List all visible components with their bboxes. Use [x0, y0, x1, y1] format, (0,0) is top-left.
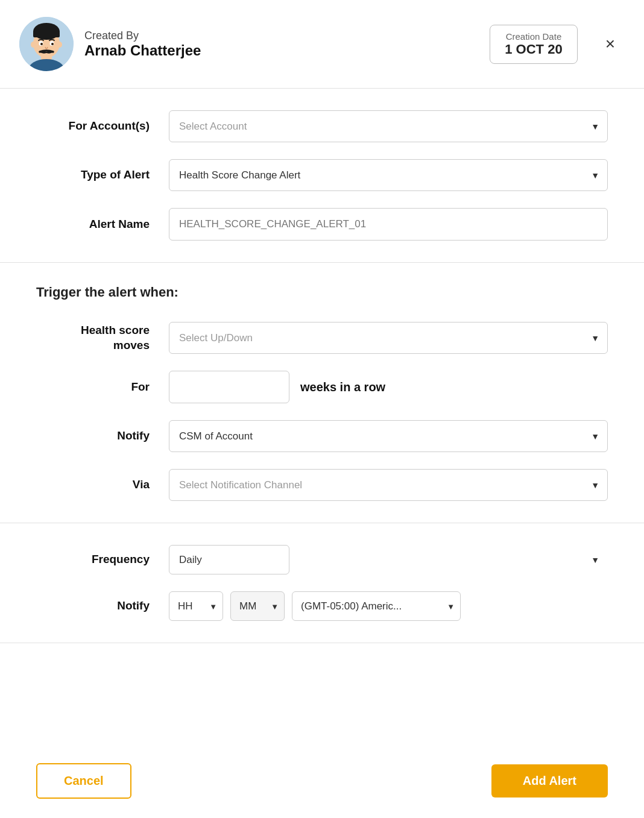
close-button[interactable]: ×: [601, 33, 620, 55]
modal-header: Created By Arnab Chatterjee Creation Dat…: [0, 0, 644, 89]
up-down-select[interactable]: Select Up/DownUpDown: [169, 322, 608, 354]
svg-point-8: [40, 43, 43, 45]
frequency-select[interactable]: DailyWeeklyMonthly: [169, 545, 289, 574]
add-alert-button[interactable]: Add Alert: [491, 764, 608, 798]
frequency-control: DailyWeeklyMonthly ▼: [169, 545, 608, 574]
alert-type-control: Health Score Change Alert ▼: [169, 159, 608, 191]
timezone-select[interactable]: (GMT-05:00) Americ...: [292, 591, 461, 621]
alert-type-label: Type of Alert: [36, 168, 169, 183]
notify-select[interactable]: CSM of AccountAccount OwnerCustom: [169, 420, 608, 452]
notify-control: CSM of AccountAccount OwnerCustom ▼: [169, 420, 608, 452]
modal-footer: Cancel Add Alert: [0, 744, 644, 818]
tz-wrapper: (GMT-05:00) Americ... ▼: [292, 591, 461, 621]
weeks-suffix-label: weeks in a row: [300, 380, 385, 394]
health-score-row: Health score moves Select Up/DownUpDown …: [36, 322, 608, 354]
frequency-dropdown-icon: ▼: [591, 555, 599, 565]
mm-select[interactable]: MM00153045: [230, 591, 285, 621]
for-label: For: [36, 380, 169, 395]
time-selects-group: HH010203040506070809101112 ▼ MM00153045 …: [169, 591, 608, 621]
creator-name: Arnab Chatterjee: [84, 42, 479, 59]
hh-select[interactable]: HH010203040506070809101112: [169, 591, 223, 621]
freq-select-wrapper: DailyWeeklyMonthly ▼: [169, 545, 608, 574]
for-control: weeks in a row: [169, 371, 608, 403]
svg-point-11: [57, 42, 62, 48]
hh-wrapper: HH010203040506070809101112 ▼: [169, 591, 223, 621]
notify-row: Notify CSM of AccountAccount OwnerCustom…: [36, 420, 608, 452]
frequency-section: Frequency DailyWeeklyMonthly ▼ Notify HH…: [0, 523, 644, 643]
account-control: Select Account ▼: [169, 110, 608, 142]
trigger-title: Trigger the alert when:: [36, 285, 608, 300]
alert-type-row: Type of Alert Health Score Change Alert …: [36, 159, 608, 191]
alert-name-input[interactable]: [169, 208, 608, 241]
alert-name-control: [169, 208, 608, 241]
account-row: For Account(s) Select Account ▼: [36, 110, 608, 142]
creation-date-label: Creation Date: [505, 31, 562, 42]
via-control: Select Notification ChannelEmailSlack ▼: [169, 469, 608, 501]
up-down-select-wrapper: Select Up/DownUpDown ▼: [169, 322, 608, 354]
alert-name-label: Alert Name: [36, 217, 169, 232]
header-text: Created By Arnab Chatterjee: [84, 30, 479, 59]
created-by-label: Created By: [84, 30, 479, 42]
account-select-wrapper: Select Account ▼: [169, 110, 608, 142]
avatar: [19, 17, 74, 71]
mm-wrapper: MM00153045 ▼: [230, 591, 285, 621]
basic-form-section: For Account(s) Select Account ▼ Type of …: [0, 89, 644, 263]
frequency-row: Frequency DailyWeeklyMonthly ▼: [36, 545, 608, 574]
notify-time-row: Notify HH010203040506070809101112 ▼ MM00…: [36, 591, 608, 621]
account-select[interactable]: Select Account: [169, 110, 608, 142]
via-label: Via: [36, 477, 169, 492]
modal-container: Created By Arnab Chatterjee Creation Dat…: [0, 0, 644, 818]
health-score-control: Select Up/DownUpDown ▼: [169, 322, 608, 354]
for-row: For weeks in a row: [36, 371, 608, 403]
frequency-label: Frequency: [36, 552, 169, 567]
creation-date-box: Creation Date 1 OCT 20: [490, 25, 577, 64]
via-select[interactable]: Select Notification ChannelEmailSlack: [169, 469, 608, 501]
via-select-wrapper: Select Notification ChannelEmailSlack ▼: [169, 469, 608, 501]
cancel-button[interactable]: Cancel: [36, 763, 131, 799]
svg-rect-5: [33, 31, 60, 37]
svg-point-9: [51, 43, 54, 45]
alert-type-select[interactable]: Health Score Change Alert: [169, 159, 608, 191]
alert-type-select-wrapper: Health Score Change Alert ▼: [169, 159, 608, 191]
alert-name-row: Alert Name: [36, 208, 608, 241]
creation-date-value: 1 OCT 20: [505, 42, 562, 57]
svg-point-10: [31, 42, 36, 48]
weeks-input[interactable]: [169, 371, 289, 403]
trigger-section: Trigger the alert when: Health score mov…: [0, 263, 644, 523]
notify-select-wrapper: CSM of AccountAccount OwnerCustom ▼: [169, 420, 608, 452]
notify-label: Notify: [36, 429, 169, 444]
health-score-label: Health score moves: [36, 323, 169, 353]
notify-time-control: HH010203040506070809101112 ▼ MM00153045 …: [169, 591, 608, 621]
via-row: Via Select Notification ChannelEmailSlac…: [36, 469, 608, 501]
account-label: For Account(s): [36, 119, 169, 134]
notify-time-label: Notify: [36, 599, 169, 614]
